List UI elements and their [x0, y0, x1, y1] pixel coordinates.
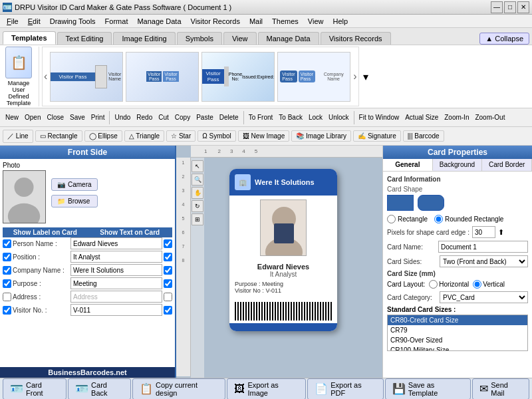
toolbar-print[interactable]: Print	[88, 112, 108, 122]
field-position-label-check[interactable]	[3, 253, 11, 261]
template-thumb-3[interactable]: Visitor Pass Phone No: Issued: Expired:	[201, 52, 275, 102]
template-thumb-2[interactable]: VisitorPass VisitorPass	[126, 52, 199, 102]
pixel-input[interactable]	[472, 226, 495, 238]
toolbar-unlock[interactable]: Unlock	[326, 112, 352, 122]
card-back-button[interactable]: 🪪 Card Back	[68, 378, 131, 400]
side-tool-zoom[interactable]: 🔍	[192, 174, 203, 186]
toolbar-lock[interactable]: Lock	[306, 112, 325, 122]
toolbar-paste[interactable]: Paste	[194, 112, 216, 122]
draw-star[interactable]: ☆ Star	[166, 130, 196, 142]
layout-vertical[interactable]: Vertical	[473, 280, 505, 289]
draw-barcode[interactable]: ||| Barcode	[403, 130, 444, 142]
tab-symbols[interactable]: Symbols	[177, 32, 222, 45]
menu-edit[interactable]: Edit	[24, 17, 45, 26]
draw-symbol[interactable]: Ω Symbol	[198, 130, 236, 142]
toolbar-zoom-out[interactable]: Zoom-Out	[472, 112, 507, 122]
toolbar-zoom-in[interactable]: Zoom-In	[442, 112, 471, 122]
draw-rectangle[interactable]: ▭ Rectangle	[35, 130, 82, 142]
template-scroll-right[interactable]: ›	[353, 70, 356, 82]
field-visitorNo-text-check[interactable]	[164, 306, 172, 315]
field-visitorNo-label-check[interactable]	[3, 306, 11, 315]
toolbar-copy[interactable]: Copy	[172, 112, 193, 122]
size-cr80[interactable]: CR80-Credit Card Size	[388, 315, 527, 325]
side-tool-fit[interactable]: ⊞	[192, 213, 203, 225]
ribbon-scroll-down[interactable]: ▾	[362, 47, 370, 106]
window-controls[interactable]: — □ ✕	[491, 1, 529, 13]
side-tool-hand[interactable]: ✋	[192, 187, 203, 199]
side-tool-rotate[interactable]: ↻	[192, 200, 203, 212]
toolbar-to-back[interactable]: To Back	[276, 112, 305, 122]
props-tab-card-border[interactable]: Card Border	[482, 159, 532, 171]
side-tool-pointer[interactable]: ↖	[192, 160, 203, 172]
menu-mail[interactable]: Mail	[245, 17, 267, 26]
card-preview[interactable]: 🏢 Were It Solutions Edward Nieves It Ana…	[229, 169, 337, 331]
field-name-label-check[interactable]	[3, 239, 11, 248]
field-purpose-input[interactable]	[70, 277, 162, 289]
export-pdf-button[interactable]: 📄 Export as PDF	[307, 378, 383, 400]
card-name-input[interactable]	[438, 241, 528, 253]
field-purpose-text-check[interactable]	[164, 279, 172, 288]
toolbar-to-front[interactable]: To Front	[246, 112, 276, 122]
toolbar-save[interactable]: Save	[67, 112, 88, 122]
toolbar-fit-window[interactable]: Fit to Window	[356, 112, 402, 122]
field-address-input[interactable]	[70, 291, 162, 303]
card-category-select[interactable]: PVC_Card	[440, 291, 528, 303]
layout-v-radio[interactable]	[473, 280, 481, 289]
props-tab-background[interactable]: Background	[433, 159, 483, 171]
manage-template-icon[interactable]: 📋	[5, 47, 32, 78]
minimize-btn[interactable]: —	[491, 1, 503, 13]
menu-format[interactable]: Format	[101, 17, 132, 26]
field-name-text-check[interactable]	[164, 239, 172, 248]
field-visitorNo-input[interactable]	[70, 304, 162, 316]
toolbar-actual-size[interactable]: Actual Size	[402, 112, 441, 122]
tab-visitors-records[interactable]: Visitors Records	[321, 32, 391, 45]
tab-image-editing[interactable]: Image Editing	[113, 32, 175, 45]
toolbar-close[interactable]: Close	[44, 112, 66, 122]
draw-image-library[interactable]: 📚 Image Library	[291, 130, 351, 142]
layout-horizontal[interactable]: Horizontal	[429, 280, 469, 289]
field-position-input[interactable]	[70, 251, 162, 263]
template-thumb-1[interactable]: Visitor Pass Visitor Name	[50, 52, 123, 102]
shape-rounded-radio-input[interactable]	[434, 215, 443, 223]
collapse-button[interactable]: ▲ Collapse	[479, 33, 529, 45]
tab-templates[interactable]: Templates	[3, 31, 56, 45]
copy-design-button[interactable]: 📋 Copy current design	[132, 378, 225, 400]
menu-themes[interactable]: Themes	[268, 17, 303, 26]
layout-h-radio[interactable]	[429, 280, 438, 289]
card-sides-select[interactable]: Two (Front and Back)	[440, 255, 528, 267]
draw-triangle[interactable]: △ Triangle	[124, 130, 164, 142]
props-tab-general[interactable]: General	[383, 159, 433, 171]
menu-drawing-tools[interactable]: Drawing Tools	[46, 17, 100, 26]
std-sizes-list[interactable]: CR80-Credit Card Size CR79 CR90-Over Siz…	[387, 315, 528, 351]
draw-new-image[interactable]: 🖼 New Image	[238, 130, 289, 142]
toolbar-redo[interactable]: Redo	[134, 112, 155, 122]
draw-signature[interactable]: ✍ Signature	[353, 130, 401, 142]
size-cr100[interactable]: CR100-Military Size	[388, 345, 527, 351]
tab-view[interactable]: View	[223, 32, 257, 45]
template-thumb-4[interactable]: VisitorPass VisitorPass Company Name	[277, 52, 350, 102]
maximize-btn[interactable]: □	[504, 1, 516, 13]
field-purpose-label-check[interactable]	[3, 279, 11, 288]
browse-button[interactable]: 📁 Browse	[51, 195, 98, 207]
field-address-label-check[interactable]	[3, 293, 11, 301]
template-scroll-left[interactable]: ‹	[44, 70, 47, 82]
toolbar-cut[interactable]: Cut	[156, 112, 172, 122]
toolbar-open[interactable]: Open	[22, 112, 43, 122]
field-company-input[interactable]	[70, 264, 162, 276]
menu-visitor-records[interactable]: Visitor Records	[187, 17, 244, 26]
menu-manage-data[interactable]: Manage Data	[133, 17, 185, 26]
tab-text-editing[interactable]: Text Editing	[57, 32, 112, 45]
send-mail-button[interactable]: ✉ Send Mail	[472, 378, 529, 400]
shape-rectangle-radio[interactable]: Rectangle	[387, 215, 428, 223]
tab-manage-data[interactable]: Manage Data	[258, 32, 319, 45]
size-cr90[interactable]: CR90-Over Sized	[388, 335, 527, 345]
menu-help[interactable]: Help	[329, 17, 352, 26]
field-company-text-check[interactable]	[164, 266, 172, 275]
field-name-input[interactable]	[70, 237, 162, 249]
shape-rect-radio-input[interactable]	[387, 215, 396, 223]
draw-ellipse[interactable]: ◯ Ellipse	[84, 130, 122, 142]
save-template-button[interactable]: 💾 Save as Template	[385, 378, 471, 400]
draw-line[interactable]: ／ Line	[3, 130, 33, 143]
size-cr79[interactable]: CR79	[388, 325, 527, 335]
toolbar-delete[interactable]: Delete	[217, 112, 241, 122]
